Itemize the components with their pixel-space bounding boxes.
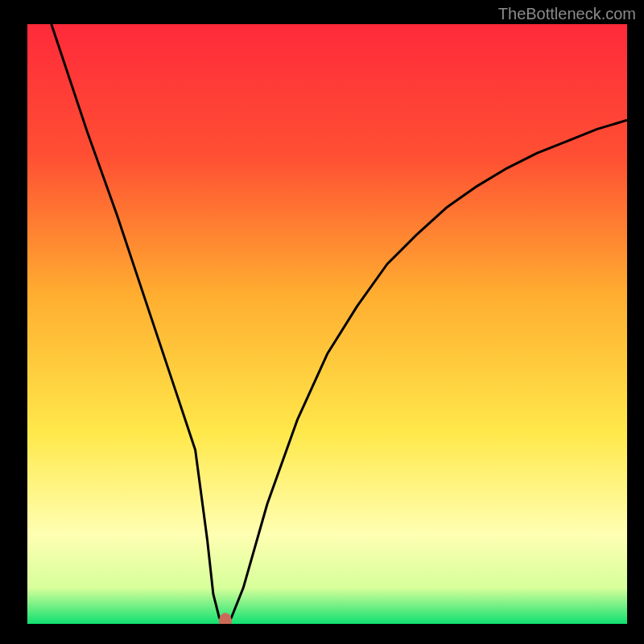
watermark-text: TheBottleneck.com xyxy=(498,5,636,23)
bottleneck-chart xyxy=(27,24,627,624)
chart-svg xyxy=(27,24,627,624)
chart-background xyxy=(27,24,627,624)
